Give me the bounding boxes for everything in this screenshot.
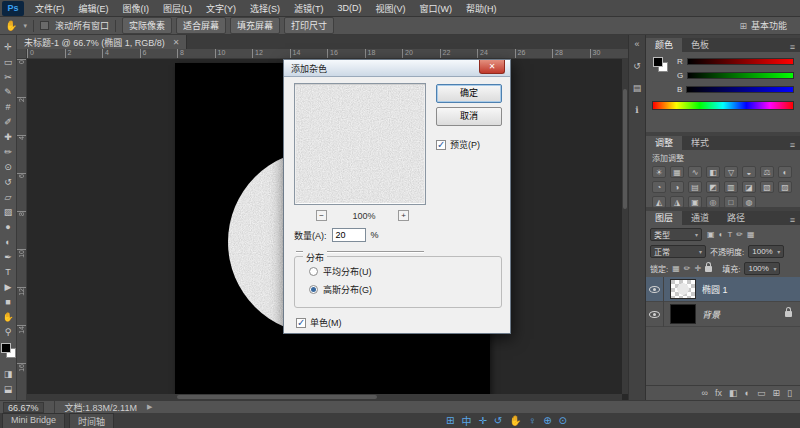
healing-brush-tool[interactable]: ✚ [0,129,17,144]
adjustment-icon[interactable]: ◧ [706,166,720,178]
layers-footer-icon[interactable]: ▭ [757,388,766,398]
noise-preview-box[interactable] [294,83,426,205]
tab-layers[interactable]: 图层 [646,211,682,225]
adjustment-icon[interactable]: ▨ [778,181,792,193]
dock-panel-icon[interactable]: ℹ [635,105,638,115]
vertical-ruler[interactable]: 0246810121416 [17,59,27,400]
vertical-scrollbar-thumb[interactable] [623,89,627,209]
menu-item[interactable]: 选择(S) [243,2,287,15]
menu-item[interactable]: 图层(L) [156,2,199,15]
nav-tool-icon[interactable]: ⊕ [543,415,551,426]
monochromatic-checkbox[interactable] [296,318,306,328]
tab-close-icon[interactable]: ✕ [173,38,180,47]
foreground-color-swatch[interactable] [653,57,663,67]
tool-preset-caret[interactable]: ▾ [23,22,27,30]
gaussian-radio[interactable] [309,285,318,294]
brush-tool[interactable]: ✏ [0,144,17,159]
tab-swatches[interactable]: 色板 [682,38,718,52]
fill-select[interactable]: 100% ▾ [744,262,780,275]
tab-paths[interactable]: 路径 [718,211,754,225]
eyedropper-tool[interactable]: ✐ [0,114,17,129]
filter-type-icon[interactable]: ◐ [719,230,724,239]
ruler-corner[interactable] [17,49,27,59]
color-swatches[interactable] [0,343,17,360]
lock-transparency-icon[interactable]: ▦ [672,264,680,273]
clone-stamp-tool[interactable]: ⊙ [0,159,17,174]
layer-name[interactable]: 椭圆 1 [702,283,728,296]
gradient-tool[interactable]: ▨ [0,204,17,219]
adjustment-icon[interactable]: ◒ [742,166,756,178]
layers-footer-icon[interactable]: ∞ [702,388,708,398]
opacity-select[interactable]: 100% ▾ [748,245,784,258]
pen-tool[interactable]: ✒ [0,249,17,264]
green-channel-slider[interactable] [687,72,794,79]
view-button[interactable]: 打印尺寸 [284,17,334,34]
path-select-tool[interactable]: ▶ [0,279,17,294]
quick-mask-button[interactable]: ◨ [0,366,17,381]
adjustment-icon[interactable]: ◭ [652,196,666,208]
screen-mode-button[interactable]: ⬓ [0,381,17,396]
move-tool[interactable]: ✛ [0,39,17,54]
zoom-tool[interactable]: ⚲ [0,324,17,339]
adjustment-icon[interactable]: ◩ [706,181,720,193]
adjustment-icon[interactable]: ∿ [688,166,702,178]
foreground-color-swatch[interactable] [1,343,11,353]
blue-channel-slider[interactable] [686,86,794,93]
tab-styles[interactable]: 样式 [682,136,718,150]
adjustment-icon[interactable]: ▥ [724,181,738,193]
adjustment-icon[interactable]: □ [724,196,738,208]
layers-footer-icon[interactable]: ▯ [787,388,792,398]
adjustment-icon[interactable]: ▦ [670,166,684,178]
dock-panel-icon[interactable]: « [634,39,639,49]
red-channel-slider[interactable] [687,58,794,65]
amount-input[interactable]: 20 [332,228,366,242]
nav-tool-icon[interactable]: 中 [461,413,471,428]
shape-tool[interactable]: ■ [0,294,17,309]
dock-panel-icon[interactable]: ↺ [633,61,641,71]
blur-tool[interactable]: ● [0,219,17,234]
zoom-level-field[interactable]: 66.67% [3,402,44,413]
zoom-in-button[interactable]: + [398,210,409,221]
menu-item[interactable]: 文字(Y) [199,2,243,15]
adjustment-icon[interactable]: ◍ [742,196,756,208]
uniform-radio-row[interactable]: 平均分布(U) [309,265,372,278]
menu-item[interactable]: 文件(F) [28,2,72,15]
menu-item[interactable]: 3D(D) [331,3,369,13]
eraser-tool[interactable]: ▱ [0,189,17,204]
dialog-title-bar[interactable]: 添加杂色 [284,60,510,77]
dialog-close-button[interactable]: ✕ [479,60,505,74]
zoom-out-button[interactable]: − [316,210,327,221]
filter-type-icon[interactable]: T [727,230,732,239]
monochromatic-row[interactable]: 单色(M) [296,316,342,329]
view-button[interactable]: 填充屏幕 [230,17,280,34]
filter-type-icon[interactable]: ✏ [736,230,743,239]
type-tool[interactable]: T [0,264,17,279]
layers-footer-icon[interactable]: ⊞ [773,388,781,398]
scroll-all-windows-checkbox[interactable] [40,21,49,30]
blend-mode-select[interactable]: 正常 ▾ [650,245,706,258]
adjustment-icon[interactable]: ◪ [742,181,756,193]
adjustment-icon[interactable]: ▽ [724,166,738,178]
view-button[interactable]: 实际像素 [122,17,172,34]
preview-checkbox-row[interactable]: 预览(P) [436,138,480,151]
bottom-panel-tab[interactable]: 时间轴 [69,413,114,428]
menu-item[interactable]: 图像(I) [116,2,157,15]
adjustment-icon[interactable]: ⚖ [760,166,774,178]
preview-checkbox[interactable] [436,140,446,150]
adjustment-icon[interactable]: ◐ [778,166,792,178]
nav-tool-icon[interactable]: ⊙ [559,415,567,426]
panel-menu-icon[interactable]: ≡ [785,42,800,52]
layers-footer-icon[interactable]: fx [715,388,722,398]
visibility-toggle[interactable] [646,302,664,327]
adjustment-icon[interactable]: ◔ [652,181,666,193]
quick-select-tool[interactable]: ✎ [0,84,17,99]
menu-item[interactable]: 滤镜(T) [287,2,331,15]
menu-item[interactable]: 视图(V) [369,2,413,15]
adjustment-icon[interactable]: ◮ [670,196,684,208]
adjustment-icon[interactable]: ▣ [688,196,702,208]
layer-row-background[interactable]: 背景 [646,302,800,327]
dock-panel-icon[interactable]: ▤ [633,83,642,93]
status-arrow-icon[interactable]: ▶ [147,403,152,411]
gaussian-radio-row[interactable]: 高斯分布(G) [309,283,372,296]
view-button[interactable]: 适合屏幕 [176,17,226,34]
